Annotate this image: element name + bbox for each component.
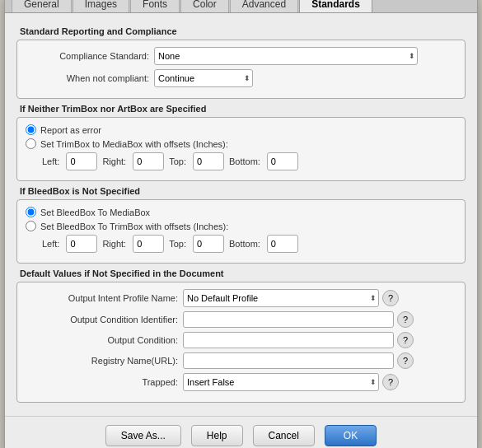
- tab-bar: General Images Fonts Color Advanced Stan…: [5, 0, 477, 13]
- output-intent-row: Output Intent Profile Name: No Default P…: [26, 289, 456, 307]
- bleed-top-input[interactable]: [193, 235, 224, 253]
- bleedbox-group: Set BleedBox To MediaBox Set BleedBox To…: [16, 199, 466, 264]
- bleed-left-label: Left:: [42, 239, 59, 249]
- trapped-label: Trapped:: [26, 377, 178, 387]
- output-condition-row: Output Condition: ?: [26, 332, 456, 348]
- bleed-radio1-row: Set BleedBox To MediaBox: [26, 207, 456, 217]
- bleed-radio2-row: Set BleedBox To TrimBox with offsets (In…: [26, 221, 456, 231]
- trim-offset-row: Left: Right: Top: Bottom:: [42, 152, 456, 170]
- trapped-select-wrap: Insert False Insert True Remove: [183, 373, 379, 391]
- tab-advanced[interactable]: Advanced: [230, 0, 298, 12]
- registry-name-row: Registry Name(URL): ?: [26, 352, 456, 369]
- bleed-radio2-label: Set BleedBox To TrimBox with offsets (In…: [40, 222, 228, 231]
- bleed-radio1-label: Set BleedBox To MediaBox: [40, 208, 150, 217]
- default-values-group: Output Intent Profile Name: No Default P…: [16, 282, 466, 403]
- tab-images[interactable]: Images: [73, 0, 129, 12]
- compliance-select-wrap: None PDF/A-1b PDF/A-1a PDF/X-1a: [154, 47, 418, 65]
- bleed-bottom-input[interactable]: [267, 235, 298, 253]
- output-condition-id-input[interactable]: [183, 311, 394, 328]
- registry-name-help-button[interactable]: ?: [397, 352, 414, 369]
- tab-standards[interactable]: Standards: [299, 0, 372, 12]
- output-condition-id-row: Output Condition Identifier: ?: [26, 311, 456, 328]
- trim-left-input[interactable]: [66, 152, 97, 170]
- output-condition-label: Output Condition:: [26, 335, 178, 345]
- trim-radio1-row: Report as error: [26, 124, 456, 135]
- trim-radio1[interactable]: [26, 124, 36, 135]
- trim-bottom-input[interactable]: [267, 152, 298, 170]
- button-row: Save As... Help Cancel OK: [5, 416, 477, 448]
- output-intent-select[interactable]: No Default Profile: [183, 289, 379, 307]
- section-trimbox: If Neither TrimBox nor ArtBox are Specif…: [16, 104, 466, 114]
- trim-right-input[interactable]: [133, 152, 164, 170]
- bleed-bottom-label: Bottom:: [229, 239, 260, 249]
- registry-name-label: Registry Name(URL):: [26, 356, 178, 366]
- trapped-select[interactable]: Insert False Insert True Remove: [183, 373, 379, 391]
- bleed-offset-row: Left: Right: Top: Bottom:: [42, 235, 456, 253]
- trim-top-label: Top:: [169, 156, 186, 166]
- compliance-standard-select[interactable]: None PDF/A-1b PDF/A-1a PDF/X-1a: [154, 47, 418, 65]
- dialog-window: General Images Fonts Color Advanced Stan…: [4, 0, 478, 448]
- bleed-radio2[interactable]: [26, 221, 36, 231]
- tab-content: Standard Reporting and Compliance Compli…: [5, 13, 477, 416]
- save-as-button[interactable]: Save As...: [105, 425, 181, 446]
- output-condition-id-help-button[interactable]: ?: [397, 311, 414, 328]
- output-condition-input[interactable]: [183, 332, 394, 348]
- output-condition-help-button[interactable]: ?: [397, 332, 414, 348]
- trim-top-input[interactable]: [193, 152, 224, 170]
- trim-radio2-label: Set TrimBox to MediaBox with offsets (In…: [40, 139, 228, 149]
- help-button[interactable]: Help: [191, 425, 243, 446]
- compliant-select-wrap: Continue Cancel Warn: [154, 69, 253, 87]
- bleed-top-label: Top:: [169, 239, 186, 249]
- trapped-help-button[interactable]: ?: [382, 374, 399, 390]
- section-bleedbox: If BleedBox is Not Specified: [16, 186, 466, 196]
- cancel-button[interactable]: Cancel: [253, 425, 315, 446]
- trimbox-group: Report as error Set TrimBox to MediaBox …: [16, 117, 466, 181]
- compliance-group: Compliance Standard: None PDF/A-1b PDF/A…: [16, 40, 466, 99]
- tab-color[interactable]: Color: [180, 0, 229, 12]
- trim-left-label: Left:: [42, 156, 59, 166]
- trim-radio1-label: Report as error: [40, 125, 101, 135]
- output-intent-help-button[interactable]: ?: [382, 290, 399, 306]
- tab-fonts[interactable]: Fonts: [130, 0, 180, 12]
- trim-bottom-label: Bottom:: [229, 156, 260, 166]
- output-intent-label: Output Intent Profile Name:: [26, 293, 178, 303]
- ok-button[interactable]: OK: [325, 425, 377, 446]
- output-intent-select-wrap: No Default Profile: [183, 289, 379, 307]
- bleed-right-input[interactable]: [133, 235, 164, 253]
- bleed-left-input[interactable]: [66, 235, 97, 253]
- bleed-right-label: Right:: [102, 239, 126, 249]
- registry-name-input[interactable]: [183, 352, 394, 369]
- section-standard-reporting: Standard Reporting and Compliance: [16, 26, 466, 36]
- trim-radio2-row: Set TrimBox to MediaBox with offsets (In…: [26, 138, 456, 149]
- tab-general[interactable]: General: [12, 0, 72, 12]
- trim-radio2[interactable]: [26, 138, 36, 149]
- output-condition-id-label: Output Condition Identifier:: [26, 315, 178, 324]
- trapped-row: Trapped: Insert False Insert True Remove…: [26, 373, 456, 391]
- compliance-standard-label: Compliance Standard:: [26, 51, 149, 61]
- when-not-compliant-label: When not compliant:: [26, 73, 149, 83]
- when-not-compliant-row: When not compliant: Continue Cancel Warn: [26, 69, 456, 87]
- compliance-standard-row: Compliance Standard: None PDF/A-1b PDF/A…: [26, 47, 456, 65]
- trim-right-label: Right:: [102, 156, 126, 166]
- section-default-values: Default Values if Not Specified in the D…: [16, 268, 466, 278]
- bleed-radio1[interactable]: [26, 207, 36, 217]
- when-not-compliant-select[interactable]: Continue Cancel Warn: [154, 69, 253, 87]
